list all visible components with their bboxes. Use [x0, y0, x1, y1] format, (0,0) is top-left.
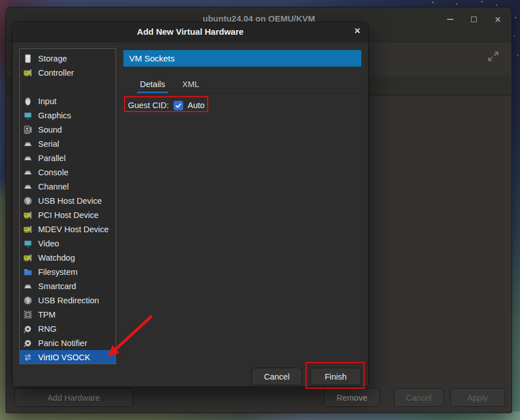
hardware-type-list: StorageControllerInputGraphicsSoundSeria…	[19, 48, 116, 364]
disk-icon	[23, 54, 32, 63]
sidebar-spacer	[20, 80, 115, 94]
sidebar-item-label: VirtIO VSOCK	[38, 353, 90, 362]
pci-card-icon	[23, 211, 32, 220]
dialog-title: Add New Virtual Hardware	[13, 27, 368, 36]
sidebar-item-console[interactable]: Console	[20, 165, 115, 179]
tab-details[interactable]: Details	[137, 75, 168, 93]
sidebar-item-filesystem[interactable]: Filesystem	[20, 265, 115, 279]
sidebar-item-label: Video	[38, 239, 59, 248]
sidebar-item-tpm[interactable]: TPM	[20, 307, 115, 322]
sidebar-item-usb-host-device[interactable]: USB Host Device	[20, 193, 115, 208]
sidebar-item-label: PCI Host Device	[38, 211, 98, 220]
remove-button[interactable]: Remove	[324, 388, 380, 407]
sidebar-item-label: USB Redirection	[38, 296, 99, 305]
sidebar-item-label: Console	[38, 168, 68, 177]
tab-bar: Details XML	[123, 75, 361, 94]
tab-xml-label: XML	[182, 80, 199, 89]
auto-label: Auto	[188, 101, 205, 110]
dialog-titlebar: Add New Virtual Hardware ✕	[13, 22, 368, 42]
window-controls: ✕	[445, 13, 502, 26]
sidebar-item-label: Smartcard	[38, 282, 76, 291]
add-hardware-button[interactable]: Add Hardware	[14, 388, 133, 407]
guest-cid-label: Guest CID:	[128, 101, 169, 110]
desktop: ubuntu24.04 on QEMU/KVM ✕ Add Hardware R…	[0, 0, 520, 420]
sidebar-item-channel[interactable]: Channel	[20, 179, 115, 193]
sidebar-item-label: Channel	[38, 182, 69, 191]
cancel-button[interactable]: Cancel	[251, 368, 302, 385]
mouse-icon	[23, 97, 32, 106]
serial-device-icon	[23, 139, 32, 149]
sidebar-item-label: Panic Notifier	[38, 339, 87, 348]
usb-icon	[23, 296, 32, 305]
guest-cid-row: Guest CID: Auto	[123, 99, 361, 112]
usb-icon	[23, 196, 32, 205]
sidebar-item-watchdog[interactable]: Watchdog	[20, 250, 115, 265]
desktop-stars	[0, 0, 1, 1]
add-hardware-dialog: Add New Virtual Hardware ✕ StorageContro…	[12, 22, 369, 387]
sidebar-item-usb-redirection[interactable]: USB Redirection	[20, 293, 115, 307]
sidebar-item-label: Parallel	[38, 154, 65, 163]
sidebar-item-smartcard[interactable]: Smartcard	[20, 279, 115, 293]
maximize-glyph	[471, 17, 477, 22]
finish-button[interactable]: Finish	[310, 368, 361, 385]
sidebar-item-video[interactable]: Video	[20, 236, 115, 250]
panel-header: VM Sockets	[123, 50, 361, 67]
serial-device-icon	[23, 282, 32, 291]
sidebar-item-label: Watchdog	[38, 253, 75, 262]
sidebar-item-panic-notifier[interactable]: Panic Notifier	[20, 336, 115, 350]
sidebar-item-rng[interactable]: RNG	[20, 322, 115, 336]
pci-card-icon	[23, 253, 32, 262]
sidebar-item-label: USB Host Device	[38, 196, 102, 205]
sidebar-item-label: Graphics	[38, 111, 71, 120]
sidebar-item-parallel[interactable]: Parallel	[20, 151, 115, 165]
apply-button[interactable]: Apply	[450, 388, 505, 407]
auto-checkbox[interactable]	[174, 101, 183, 110]
folder-icon	[23, 267, 32, 277]
sidebar-item-serial[interactable]: Serial	[20, 137, 115, 151]
minimize-icon[interactable]	[445, 15, 455, 24]
sidebar-item-pci-host-device[interactable]: PCI Host Device	[20, 208, 115, 222]
serial-device-icon	[23, 168, 32, 177]
serial-device-icon	[23, 182, 32, 191]
hardware-config-panel: VM Sockets Details XML Guest CID: Auto	[123, 48, 361, 112]
sidebar-item-mdev-host-device[interactable]: MDEV Host Device	[20, 222, 115, 236]
minimize-glyph	[447, 19, 453, 20]
serial-device-icon	[23, 154, 32, 163]
sidebar-item-graphics[interactable]: Graphics	[20, 108, 115, 122]
sidebar-item-sound[interactable]: Sound	[20, 122, 115, 137]
maximize-icon[interactable]	[469, 15, 478, 24]
tab-xml[interactable]: XML	[179, 75, 202, 93]
sidebar-item-controller[interactable]: Controller	[20, 65, 115, 80]
display-icon	[23, 111, 32, 120]
sidebar-item-label: Serial	[38, 139, 59, 149]
pci-card-icon	[23, 225, 32, 234]
gear-icon	[23, 339, 32, 348]
chip-icon	[23, 310, 32, 319]
speaker-icon	[23, 125, 32, 134]
window-cancel-button[interactable]: Cancel	[394, 388, 444, 407]
close-dialog-icon[interactable]: ✕	[354, 26, 361, 35]
close-window-icon[interactable]: ✕	[493, 15, 502, 24]
gear-icon	[23, 324, 32, 333]
sidebar-item-label: Sound	[38, 125, 62, 134]
fullscreen-expand-icon[interactable]	[486, 50, 500, 63]
sidebar-item-label: RNG	[38, 324, 56, 333]
sidebar-item-label: TPM	[38, 310, 56, 319]
sidebar-item-input[interactable]: Input	[20, 94, 115, 108]
sidebar-item-label: Filesystem	[38, 267, 77, 277]
sidebar-item-label: MDEV Host Device	[38, 225, 109, 234]
tab-details-label: Details	[140, 80, 165, 89]
sidebar-item-label: Input	[38, 97, 56, 106]
sidebar-item-storage[interactable]: Storage	[20, 51, 115, 65]
swap-arrows-icon	[23, 353, 32, 362]
sidebar-item-virtio-vsock[interactable]: VirtIO VSOCK	[20, 350, 115, 364]
sidebar-item-label: Controller	[38, 68, 74, 77]
display-icon	[23, 239, 32, 248]
pci-card-icon	[23, 68, 32, 77]
sidebar-item-label: Storage	[38, 54, 67, 63]
